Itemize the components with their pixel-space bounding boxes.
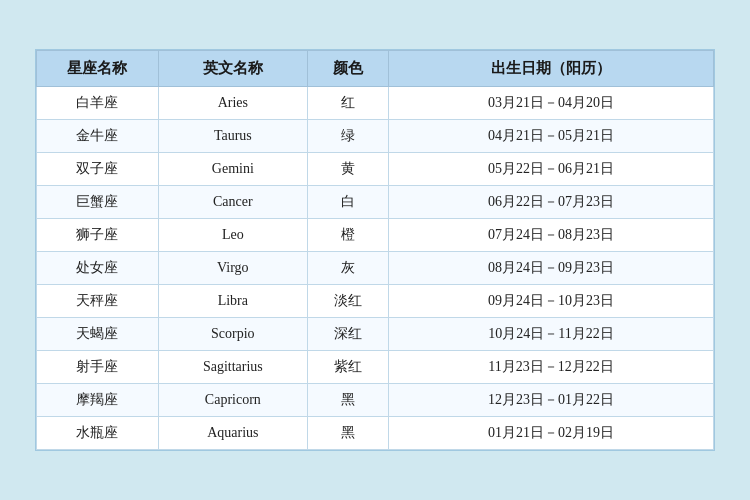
cell-date: 10月24日－11月22日 xyxy=(389,318,714,351)
cell-chinese: 水瓶座 xyxy=(37,417,159,450)
table-row: 天秤座Libra淡红09月24日－10月23日 xyxy=(37,285,714,318)
cell-chinese: 白羊座 xyxy=(37,87,159,120)
cell-date: 12月23日－01月22日 xyxy=(389,384,714,417)
cell-date: 04月21日－05月21日 xyxy=(389,120,714,153)
cell-english: Cancer xyxy=(158,186,307,219)
cell-date: 07月24日－08月23日 xyxy=(389,219,714,252)
cell-chinese: 狮子座 xyxy=(37,219,159,252)
table-row: 摩羯座Capricorn黑12月23日－01月22日 xyxy=(37,384,714,417)
cell-color: 红 xyxy=(307,87,388,120)
cell-date: 06月22日－07月23日 xyxy=(389,186,714,219)
cell-chinese: 天秤座 xyxy=(37,285,159,318)
table-row: 射手座Sagittarius紫红11月23日－12月22日 xyxy=(37,351,714,384)
cell-english: Taurus xyxy=(158,120,307,153)
cell-color: 绿 xyxy=(307,120,388,153)
header-date: 出生日期（阳历） xyxy=(389,51,714,87)
cell-english: Libra xyxy=(158,285,307,318)
cell-english: Aries xyxy=(158,87,307,120)
zodiac-table-container: 星座名称 英文名称 颜色 出生日期（阳历） 白羊座Aries红03月21日－04… xyxy=(35,49,715,451)
cell-chinese: 双子座 xyxy=(37,153,159,186)
cell-date: 01月21日－02月19日 xyxy=(389,417,714,450)
cell-chinese: 处女座 xyxy=(37,252,159,285)
table-row: 天蝎座Scorpio深红10月24日－11月22日 xyxy=(37,318,714,351)
cell-english: Capricorn xyxy=(158,384,307,417)
cell-chinese: 摩羯座 xyxy=(37,384,159,417)
cell-color: 深红 xyxy=(307,318,388,351)
cell-date: 11月23日－12月22日 xyxy=(389,351,714,384)
table-row: 巨蟹座Cancer白06月22日－07月23日 xyxy=(37,186,714,219)
header-english: 英文名称 xyxy=(158,51,307,87)
cell-chinese: 巨蟹座 xyxy=(37,186,159,219)
table-header-row: 星座名称 英文名称 颜色 出生日期（阳历） xyxy=(37,51,714,87)
header-chinese: 星座名称 xyxy=(37,51,159,87)
table-row: 水瓶座Aquarius黑01月21日－02月19日 xyxy=(37,417,714,450)
cell-color: 黄 xyxy=(307,153,388,186)
cell-english: Leo xyxy=(158,219,307,252)
cell-color: 紫红 xyxy=(307,351,388,384)
zodiac-table: 星座名称 英文名称 颜色 出生日期（阳历） 白羊座Aries红03月21日－04… xyxy=(36,50,714,450)
cell-english: Sagittarius xyxy=(158,351,307,384)
cell-color: 白 xyxy=(307,186,388,219)
cell-chinese: 金牛座 xyxy=(37,120,159,153)
cell-color: 灰 xyxy=(307,252,388,285)
table-row: 狮子座Leo橙07月24日－08月23日 xyxy=(37,219,714,252)
cell-date: 03月21日－04月20日 xyxy=(389,87,714,120)
cell-english: Aquarius xyxy=(158,417,307,450)
cell-date: 08月24日－09月23日 xyxy=(389,252,714,285)
table-row: 处女座Virgo灰08月24日－09月23日 xyxy=(37,252,714,285)
cell-date: 05月22日－06月21日 xyxy=(389,153,714,186)
cell-color: 黑 xyxy=(307,417,388,450)
header-color: 颜色 xyxy=(307,51,388,87)
table-row: 金牛座Taurus绿04月21日－05月21日 xyxy=(37,120,714,153)
cell-english: Gemini xyxy=(158,153,307,186)
cell-date: 09月24日－10月23日 xyxy=(389,285,714,318)
cell-color: 橙 xyxy=(307,219,388,252)
cell-chinese: 天蝎座 xyxy=(37,318,159,351)
cell-color: 黑 xyxy=(307,384,388,417)
table-row: 双子座Gemini黄05月22日－06月21日 xyxy=(37,153,714,186)
table-row: 白羊座Aries红03月21日－04月20日 xyxy=(37,87,714,120)
cell-english: Virgo xyxy=(158,252,307,285)
cell-color: 淡红 xyxy=(307,285,388,318)
cell-chinese: 射手座 xyxy=(37,351,159,384)
cell-english: Scorpio xyxy=(158,318,307,351)
